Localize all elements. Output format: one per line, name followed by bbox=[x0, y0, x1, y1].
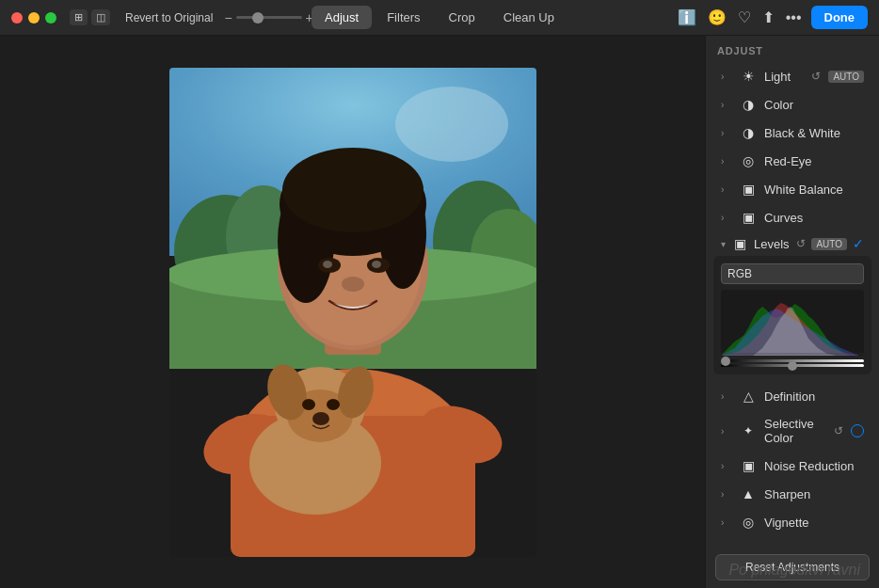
levels-check-icon: ✓ bbox=[853, 236, 864, 251]
histogram bbox=[721, 290, 864, 356]
reset-container: Reset Adjustments bbox=[706, 547, 879, 588]
light-auto-badge: AUTO bbox=[828, 71, 864, 83]
selective-color-label: Selective Color bbox=[764, 417, 826, 445]
sidebar-item-color[interactable]: › ◑ Color bbox=[710, 90, 875, 119]
vignette-label: Vignette bbox=[764, 516, 864, 530]
levels-channel-select[interactable]: RGB Red Green Blue bbox=[721, 263, 864, 284]
sidebar-item-curves[interactable]: › ▣ Curves bbox=[710, 203, 875, 231]
more-button[interactable]: ••• bbox=[784, 8, 804, 28]
heart-button[interactable]: ♡ bbox=[736, 7, 753, 28]
chevron-icon: › bbox=[721, 72, 732, 82]
sidebar-item-sharpen[interactable]: › ▲ Sharpen bbox=[710, 480, 875, 508]
chevron-icon: › bbox=[721, 461, 732, 471]
tab-adjust[interactable]: Adjust bbox=[312, 6, 372, 29]
zoom-control: − + bbox=[224, 10, 312, 25]
curves-icon: ▣ bbox=[740, 210, 757, 225]
layout-toggle[interactable]: ⊞ bbox=[70, 9, 88, 25]
bw-icon: ◑ bbox=[740, 125, 757, 140]
light-icon: ☀ bbox=[740, 69, 757, 84]
chevron-icon: › bbox=[721, 426, 732, 437]
minimize-button[interactable] bbox=[28, 12, 40, 24]
done-button[interactable]: Done bbox=[811, 6, 869, 29]
nav-tabs: Adjust Filters Crop Clean Up bbox=[312, 6, 567, 29]
sidebar-header: ADJUST bbox=[706, 36, 879, 62]
sidebar-item-light[interactable]: › ☀ Light ↺ AUTO bbox=[710, 62, 875, 90]
levels-content: RGB Red Green Blue bbox=[713, 256, 871, 374]
reset-adjustments-button[interactable]: Reset Adjustments bbox=[715, 554, 870, 580]
chevron-icon: › bbox=[721, 128, 732, 138]
redeye-icon: ◎ bbox=[740, 153, 757, 168]
levels-reset-icon: ↺ bbox=[796, 237, 806, 250]
photo-area bbox=[0, 36, 705, 588]
chevron-icon: › bbox=[721, 517, 732, 528]
bw-label: Black & White bbox=[764, 126, 864, 140]
wb-icon: ▣ bbox=[740, 182, 757, 197]
vignette-icon: ◎ bbox=[740, 515, 757, 530]
maximize-button[interactable] bbox=[45, 12, 56, 24]
share-button[interactable]: ⬆ bbox=[760, 7, 776, 28]
tab-crop[interactable]: Crop bbox=[436, 6, 488, 29]
sidebar-toggle[interactable]: ◫ bbox=[91, 9, 110, 25]
definition-icon: △ bbox=[740, 389, 757, 404]
levels-auto-badge: AUTO bbox=[811, 238, 847, 250]
levels-section: ▾ ▣ Levels ↺ AUTO ✓ RGB Red Green Blue bbox=[710, 231, 875, 378]
selective-color-toggle[interactable] bbox=[851, 424, 864, 437]
sidebar-item-black-white[interactable]: › ◑ Black & White bbox=[710, 119, 875, 147]
chevron-icon: › bbox=[721, 213, 732, 223]
titlebar-right: ℹ️ 🙂 ♡ ⬆ ••• Done bbox=[676, 6, 868, 29]
sharpen-icon: ▲ bbox=[740, 486, 757, 501]
chevron-down-icon: ▾ bbox=[721, 239, 726, 249]
emoji-button[interactable]: 🙂 bbox=[706, 7, 728, 28]
main-content: ADJUST › ☀ Light ↺ AUTO › ◑ Color › ◑ Bl… bbox=[0, 36, 879, 588]
titlebar: ⊞ ◫ Revert to Original − + Adjust Filter… bbox=[0, 0, 879, 36]
sharpen-label: Sharpen bbox=[764, 487, 864, 501]
zoom-out-button[interactable]: − bbox=[224, 10, 232, 25]
histogram-slider bbox=[721, 359, 864, 362]
photo-container bbox=[169, 68, 536, 557]
chevron-icon: › bbox=[721, 184, 732, 195]
sidebar-item-red-eye[interactable]: › ◎ Red-Eye bbox=[710, 147, 875, 175]
chevron-icon: › bbox=[721, 100, 732, 110]
traffic-lights bbox=[11, 12, 56, 24]
tab-filters[interactable]: Filters bbox=[374, 6, 433, 29]
photo-image bbox=[169, 68, 536, 557]
info-button[interactable]: ℹ️ bbox=[676, 7, 698, 28]
color-icon: ◑ bbox=[740, 97, 757, 112]
redeye-label: Red-Eye bbox=[764, 154, 864, 168]
sidebar-item-white-balance[interactable]: › ▣ White Balance bbox=[710, 175, 875, 203]
revert-button[interactable]: Revert to Original bbox=[125, 11, 213, 24]
color-label: Color bbox=[764, 98, 864, 112]
sidebar-item-noise-reduction[interactable]: › ▣ Noise Reduction bbox=[710, 452, 875, 480]
close-button[interactable] bbox=[11, 12, 23, 24]
levels-label: Levels bbox=[754, 237, 791, 251]
curves-label: Curves bbox=[764, 211, 864, 225]
levels-input-slider[interactable] bbox=[721, 359, 864, 362]
noise-reduction-icon: ▣ bbox=[740, 458, 757, 473]
sidebar-item-definition[interactable]: › △ Definition bbox=[710, 382, 875, 410]
sidebar-item-vignette[interactable]: › ◎ Vignette bbox=[710, 508, 875, 536]
levels-icon: ▣ bbox=[731, 236, 748, 251]
selective-color-reset-icon: ↺ bbox=[834, 424, 843, 437]
chevron-icon: › bbox=[721, 391, 732, 402]
sidebar-item-levels[interactable]: ▾ ▣ Levels ↺ AUTO ✓ bbox=[710, 231, 875, 256]
selective-color-icon: ✦ bbox=[740, 424, 757, 437]
noise-reduction-label: Noise Reduction bbox=[764, 459, 864, 473]
definition-label: Definition bbox=[764, 389, 864, 404]
window-controls: ⊞ ◫ bbox=[70, 9, 110, 25]
tab-cleanup[interactable]: Clean Up bbox=[490, 6, 567, 29]
chevron-icon: › bbox=[721, 489, 732, 500]
svg-rect-32 bbox=[169, 68, 536, 557]
light-label: Light bbox=[764, 70, 804, 84]
sidebar-item-selective-color[interactable]: › ✦ Selective Color ↺ bbox=[710, 410, 875, 452]
chevron-icon: › bbox=[721, 156, 732, 167]
zoom-slider[interactable] bbox=[236, 16, 302, 19]
light-reset-icon: ↺ bbox=[811, 70, 821, 83]
sidebar: ADJUST › ☀ Light ↺ AUTO › ◑ Color › ◑ Bl… bbox=[705, 36, 879, 588]
wb-label: White Balance bbox=[764, 183, 864, 197]
